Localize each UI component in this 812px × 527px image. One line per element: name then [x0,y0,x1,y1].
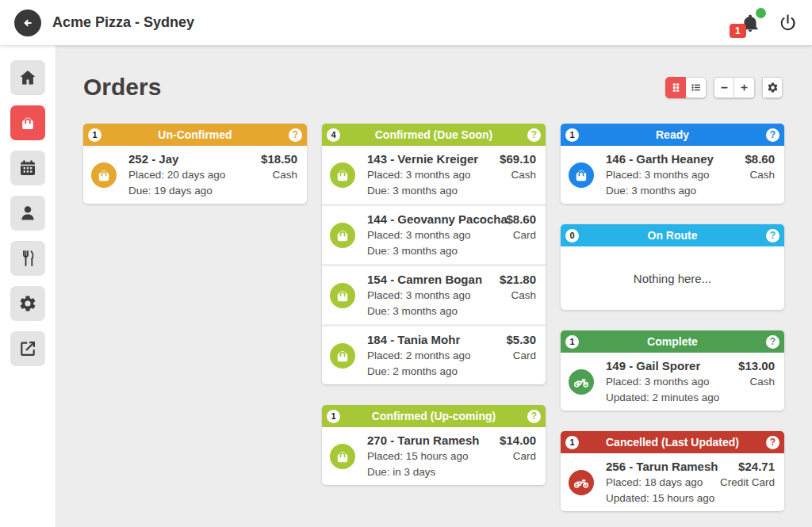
top-bar: Acme Pizza - Sydney 1 [0,0,812,45]
zoom-in-button[interactable] [734,77,755,98]
order-card[interactable]: 270 - Tarun RameshPlaced: 15 hours agoDu… [322,427,546,485]
order-card[interactable]: 144 - Geovanny PacochaPlaced: 3 months a… [322,206,546,266]
status-column-complete: 1Complete?149 - Gail SporerPlaced: 3 mon… [561,330,784,411]
order-details: 146 - Garth HeaneyPlaced: 3 months agoDu… [606,151,733,199]
order-amount: $14.00 [500,432,536,449]
help-icon[interactable]: ? [527,410,541,423]
order-payment-method: Card [506,227,536,243]
sidebar-item-home[interactable] [10,60,45,95]
column-title: Cancelled (Last Updated) [584,436,761,449]
order-title: 154 - Camren Bogan [367,271,488,288]
order-payment-method: Credit Card [720,475,775,491]
status-column-ready: 1Ready?146 - Garth HeaneyPlaced: 3 month… [561,124,784,204]
column-title: On Route [584,229,761,242]
column-count-badge: 1 [327,410,340,423]
order-title: 149 - Gail Sporer [606,357,726,374]
order-title: 144 - Geovanny Pacocha [367,211,494,227]
order-card[interactable]: 143 - Vernie KreigerPlaced: 3 months ago… [322,146,546,206]
gear-icon [767,82,779,94]
help-icon[interactable]: ? [766,335,779,349]
order-payment-method: Cash [500,288,536,304]
calendar-icon [18,158,37,178]
order-amount: $69.10 [500,151,536,167]
order-card[interactable]: 149 - Gail SporerPlaced: 3 months agoUpd… [561,353,784,411]
logout-power-button[interactable] [778,13,798,32]
column-body: 149 - Gail SporerPlaced: 3 months agoUpd… [561,353,784,411]
order-payment-block: $69.10Cash [500,151,536,183]
notification-count-badge: 1 [730,24,746,38]
order-card[interactable]: 184 - Tania MohrPlaced: 2 months agoDue:… [322,327,546,384]
column-title: Confirmed (Due Soon) [345,128,523,141]
order-secondary-line: Due: 19 days ago [128,183,249,199]
column-header: 1Complete? [561,330,784,353]
help-icon[interactable]: ? [527,128,541,142]
status-column-confirmed-up-coming: 1Confirmed (Up-coming)?270 - Tarun Rames… [322,405,546,485]
view-toggle-group [665,77,707,98]
zoom-out-button[interactable] [714,77,734,98]
order-details: 149 - Gail SporerPlaced: 3 months agoUpd… [606,357,726,406]
sidebar-item-settings[interactable] [10,286,45,321]
order-secondary-line: Due: 3 months ago [367,304,488,319]
order-secondary-line: Due: 3 months ago [367,183,488,199]
list-icon [690,82,702,94]
help-icon[interactable]: ? [766,229,779,242]
list-view-button[interactable] [686,77,707,98]
sidebar-item-customers[interactable] [10,196,45,231]
order-placed-line: Placed: 3 months ago [606,374,726,390]
grid-view-button[interactable] [665,77,686,98]
order-title: 252 - Jay [128,151,249,167]
column-body: Nothing here... [561,246,784,310]
sidebar-item-menu[interactable] [10,241,45,276]
app-body: Orders [0,45,812,527]
order-payment-method: Cash [738,374,775,390]
order-payment-block: $14.00Card [500,432,536,464]
order-amount: $18.50 [261,151,297,167]
order-payment-method: Cash [261,167,297,183]
back-button[interactable] [14,10,41,36]
page-title: Orders [83,74,161,101]
order-details: 143 - Vernie KreigerPlaced: 3 months ago… [367,151,488,199]
order-card[interactable]: 154 - Camren BoganPlaced: 3 months agoDu… [322,266,546,327]
order-payment-block: $18.50Cash [261,151,297,183]
board-settings-button[interactable] [762,77,783,98]
order-amount: $24.71 [720,458,775,475]
column-body: 252 - JayPlaced: 20 days agoDue: 19 days… [83,146,307,204]
gear-icon [18,294,37,313]
online-status-dot [756,8,766,18]
shopping-bag-icon [330,162,355,188]
main-content: Orders [56,45,812,527]
sidebar-item-calendar[interactable] [10,151,45,185]
column-count-badge: 1 [88,128,102,142]
settings-group [762,77,783,98]
order-payment-block: $8.60Card [506,211,536,243]
sidebar-item-orders[interactable] [10,105,45,140]
order-title: 143 - Vernie Kreiger [367,151,488,167]
help-icon[interactable]: ? [289,128,302,142]
notifications-button[interactable]: 1 [740,13,760,33]
order-placed-line: Placed: 3 months ago [367,227,494,243]
order-details: 270 - Tarun RameshPlaced: 15 hours agoDu… [367,432,488,480]
column-header: 1Un-Confirmed? [83,124,307,146]
board-stack: 1Ready?146 - Garth HeaneyPlaced: 3 month… [561,124,784,511]
order-card[interactable]: 146 - Garth HeaneyPlaced: 3 months agoDu… [561,146,784,204]
order-card[interactable]: 252 - JayPlaced: 20 days agoDue: 19 days… [83,146,307,204]
order-placed-line: Placed: 3 months ago [367,167,488,183]
column-title: Un-Confirmed [106,128,284,141]
sidebar-item-external[interactable] [10,331,45,366]
order-payment-method: Card [500,449,536,464]
shopping-bag-icon [330,343,355,369]
help-icon[interactable]: ? [766,436,779,449]
column-header: 4Confirmed (Due Soon)? [322,124,546,146]
shopping-bag-icon [330,283,355,308]
order-secondary-line: Due: in 3 days [367,464,488,480]
column-header: 1Cancelled (Last Updated)? [561,431,784,453]
help-icon[interactable]: ? [766,128,779,142]
order-title: 256 - Tarun Ramesh [606,458,708,475]
minus-icon [718,82,730,94]
empty-state-message: Nothing here... [561,246,784,310]
order-payment-block: $24.71Credit Card [720,458,775,491]
order-card[interactable]: 256 - Tarun RameshPlaced: 18 days agoUpd… [561,453,784,511]
status-column-confirmed-due-soon: 4Confirmed (Due Soon)?143 - Vernie Kreig… [322,124,546,384]
order-details: 256 - Tarun RameshPlaced: 18 days agoUpd… [606,458,708,506]
order-title: 184 - Tania Mohr [367,331,494,348]
